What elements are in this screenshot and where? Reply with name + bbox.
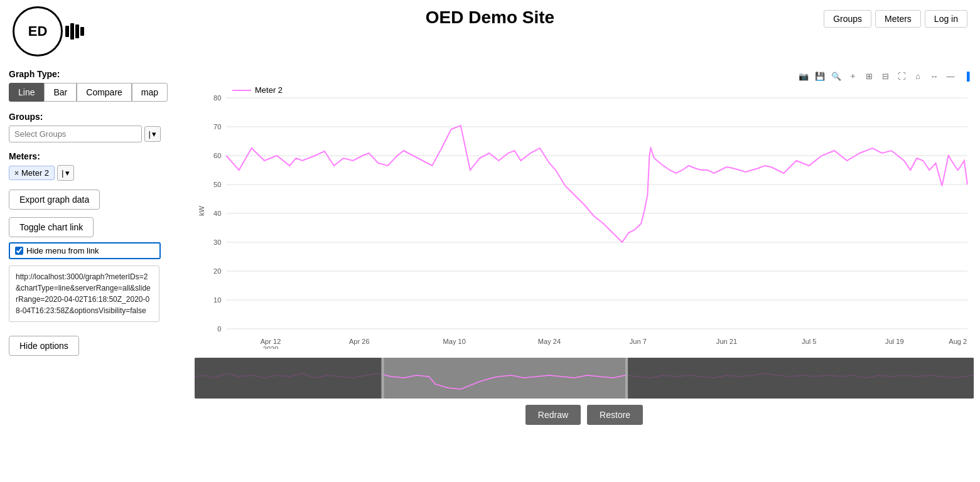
graph-type-compare[interactable]: Compare bbox=[77, 83, 132, 102]
bar-chart-icon blue[interactable]: ▐ bbox=[960, 69, 974, 83]
pipe-icon: | bbox=[149, 129, 151, 139]
toggle-chart-link-button[interactable]: Toggle chart link bbox=[9, 217, 94, 237]
meters-select-btn[interactable]: | ▾ bbox=[57, 165, 73, 181]
svg-text:2020: 2020 bbox=[263, 345, 279, 349]
meters-button[interactable]: Meters bbox=[875, 10, 921, 28]
svg-text:80: 80 bbox=[213, 94, 221, 102]
chart-container: Meter 2 .grid-line { stroke: #e0e0e0; st… bbox=[195, 85, 974, 355]
svg-text:Apr 12: Apr 12 bbox=[261, 338, 281, 345]
graph-type-bar[interactable]: Bar bbox=[44, 83, 77, 102]
svg-rect-30 bbox=[195, 358, 382, 399]
hide-menu-label[interactable]: Hide menu from link bbox=[26, 246, 99, 255]
plus-icon[interactable]: ＋ bbox=[846, 69, 859, 83]
graph-type-buttons: Line Bar Compare map bbox=[9, 83, 161, 102]
hide-menu-check-row: Hide menu from link bbox=[9, 242, 161, 259]
graph-type-label: Graph Type: bbox=[9, 69, 161, 79]
page-title: OED Demo Site bbox=[426, 8, 554, 28]
groups-label: Groups: bbox=[9, 112, 161, 122]
main-chart-svg: .grid-line { stroke: #e0e0e0; stroke-wid… bbox=[195, 85, 974, 349]
svg-rect-31 bbox=[382, 358, 384, 399]
line-icon[interactable]: — bbox=[944, 69, 957, 83]
logo: ED bbox=[13, 6, 84, 56]
login-button[interactable]: Log in bbox=[925, 10, 967, 28]
crosshair-icon[interactable]: ⛶ bbox=[895, 69, 908, 83]
meters-select-row: × Meter 2 | ▾ bbox=[9, 165, 161, 181]
zoom-in-icon[interactable]: ⊞ bbox=[862, 69, 876, 83]
chart-legend: Meter 2 bbox=[232, 85, 283, 95]
svg-text:70: 70 bbox=[213, 123, 221, 131]
export-button[interactable]: Export graph data bbox=[9, 190, 100, 210]
svg-text:kW: kW bbox=[198, 205, 205, 215]
logo-bar-1 bbox=[65, 26, 69, 37]
svg-text:Apr 26: Apr 26 bbox=[349, 338, 370, 345]
logo-circle: ED bbox=[13, 6, 63, 56]
svg-rect-33 bbox=[628, 358, 974, 399]
svg-text:May 24: May 24 bbox=[538, 338, 561, 345]
mini-chart bbox=[195, 358, 974, 399]
svg-rect-32 bbox=[625, 358, 628, 399]
svg-text:May 10: May 10 bbox=[443, 338, 465, 345]
groups-input[interactable] bbox=[9, 126, 142, 142]
home-icon[interactable]: ⌂ bbox=[911, 69, 925, 83]
camera-icon[interactable]: 📷 bbox=[797, 69, 810, 83]
zoom-icon[interactable]: 🔍 bbox=[829, 69, 843, 83]
chart-area: 📷 💾 🔍 ＋ ⊞ ⊟ ⛶ ⌂ ↔ — ▐ Meter 2 .grid-line… bbox=[188, 63, 980, 482]
svg-text:Aug 2: Aug 2 bbox=[949, 338, 967, 345]
meters-label: Meters: bbox=[9, 151, 161, 161]
svg-text:30: 30 bbox=[213, 238, 221, 246]
legend-label: Meter 2 bbox=[255, 85, 283, 95]
restore-button[interactable]: Restore bbox=[587, 405, 643, 425]
redraw-button[interactable]: Redraw bbox=[525, 405, 581, 425]
logo-bar-3 bbox=[75, 24, 79, 38]
meter-tag: × Meter 2 bbox=[9, 166, 55, 180]
svg-text:50: 50 bbox=[213, 181, 221, 188]
pipe-icon-2: | bbox=[62, 168, 63, 178]
svg-text:40: 40 bbox=[213, 210, 221, 217]
header: ED OED Demo Site Groups Meters Log in bbox=[0, 0, 980, 35]
groups-button[interactable]: Groups bbox=[824, 10, 871, 28]
svg-text:Jun 7: Jun 7 bbox=[630, 338, 647, 345]
svg-text:Jun 21: Jun 21 bbox=[716, 338, 737, 345]
svg-text:20: 20 bbox=[213, 267, 221, 275]
mini-chart-svg bbox=[195, 358, 974, 399]
logo-bar-2 bbox=[70, 23, 74, 40]
pan-icon[interactable]: ↔ bbox=[927, 69, 941, 83]
hide-options-button[interactable]: Hide options bbox=[9, 336, 79, 356]
svg-text:60: 60 bbox=[213, 152, 221, 159]
chart-toolbar: 📷 💾 🔍 ＋ ⊞ ⊟ ⛶ ⌂ ↔ — ▐ bbox=[195, 69, 974, 83]
chevron-down-icon-2: ▾ bbox=[65, 168, 70, 178]
logo-text: ED bbox=[28, 23, 48, 40]
svg-text:10: 10 bbox=[213, 296, 221, 304]
save-icon[interactable]: 💾 bbox=[813, 69, 827, 83]
svg-text:Jul 5: Jul 5 bbox=[802, 338, 816, 345]
groups-select-row: | ▾ bbox=[9, 126, 161, 142]
url-box: http://localhost:3000/graph?meterIDs=2&c… bbox=[9, 265, 159, 322]
graph-type-line[interactable]: Line bbox=[9, 83, 44, 102]
hide-menu-checkbox[interactable] bbox=[15, 247, 23, 255]
sidebar: Graph Type: Line Bar Compare map Groups:… bbox=[0, 63, 170, 362]
graph-type-map[interactable]: map bbox=[132, 83, 168, 102]
svg-text:Jul 19: Jul 19 bbox=[885, 338, 904, 345]
meter-remove-icon[interactable]: × bbox=[14, 169, 19, 178]
meter-tag-label: Meter 2 bbox=[21, 168, 49, 178]
chart-buttons: Redraw Restore bbox=[195, 405, 974, 425]
logo-bar-4 bbox=[80, 27, 84, 36]
zoom-out-icon[interactable]: ⊟ bbox=[878, 69, 892, 83]
logo-bars bbox=[65, 23, 84, 40]
groups-select-btn[interactable]: | ▾ bbox=[144, 126, 161, 142]
chevron-down-icon: ▾ bbox=[152, 129, 156, 139]
svg-text:0: 0 bbox=[217, 325, 221, 333]
legend-line bbox=[232, 90, 251, 91]
header-buttons: Groups Meters Log in bbox=[824, 10, 967, 28]
